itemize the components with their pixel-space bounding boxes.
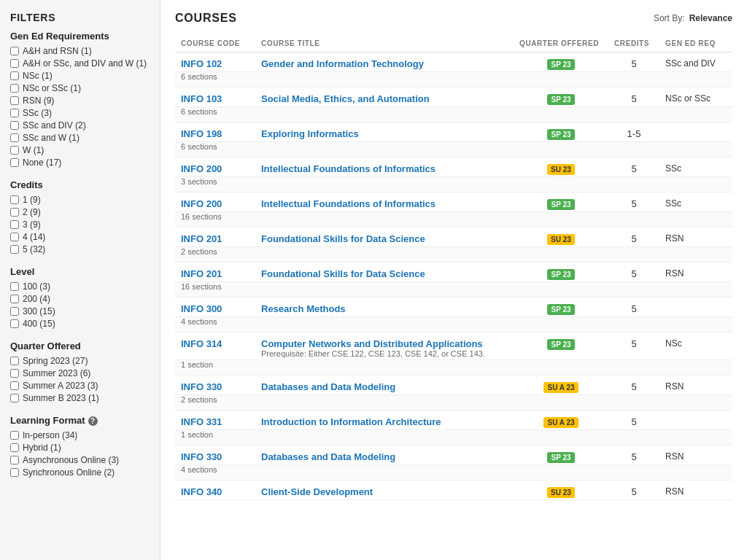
course-code[interactable]: INFO 314: [181, 338, 222, 349]
filter-label[interactable]: A&H or SSc, and DIV and W (1): [23, 58, 147, 69]
filter-checkbox[interactable]: [10, 47, 19, 55]
course-title[interactable]: Introduction to Information Architecture: [261, 416, 441, 427]
filter-group-title-credits: Credits: [10, 179, 150, 190]
filter-label[interactable]: W (1): [23, 145, 44, 155]
course-title[interactable]: Foundational Skills for Data Science: [261, 233, 425, 244]
filter-checkbox[interactable]: [10, 133, 19, 142]
filter-checkbox[interactable]: [10, 456, 19, 464]
col-header-code: COURSE CODE: [175, 35, 255, 52]
course-code[interactable]: INFO 340: [181, 486, 222, 497]
course-code[interactable]: INFO 200: [181, 198, 222, 209]
filter-checkbox[interactable]: [10, 195, 19, 204]
courses-table: COURSE CODE COURSE TITLE QUARTER OFFERED…: [175, 35, 732, 500]
course-genedreq: RSN: [659, 446, 732, 465]
filter-label[interactable]: 5 (32): [23, 244, 45, 254]
table-row: INFO 201Foundational Skills for Data Sci…: [175, 262, 732, 282]
filter-checkbox[interactable]: [10, 381, 19, 390]
filter-checkbox[interactable]: [10, 431, 19, 440]
filter-checkbox[interactable]: [10, 220, 19, 229]
course-sections: 16 sections: [175, 212, 255, 228]
course-code[interactable]: INFO 201: [181, 233, 222, 244]
course-code[interactable]: INFO 331: [181, 416, 222, 427]
filter-label[interactable]: None (17): [23, 158, 61, 168]
filter-checkbox[interactable]: [10, 245, 19, 254]
table-row: INFO 314Computer Networks and Distribute…: [175, 332, 732, 360]
filter-label[interactable]: Summer A 2023 (3): [23, 381, 98, 391]
filter-checkbox[interactable]: [10, 84, 19, 93]
course-sections: 6 sections: [175, 72, 255, 88]
filter-label[interactable]: 3 (9): [23, 219, 41, 230]
course-genedreq: NSc: [659, 332, 732, 360]
course-code[interactable]: INFO 201: [181, 268, 222, 279]
filter-label[interactable]: 100 (3): [23, 281, 50, 292]
course-title[interactable]: Intellectual Foundations of Informatics: [261, 163, 436, 174]
filter-label[interactable]: Hybrid (1): [23, 443, 61, 453]
filter-label[interactable]: 4 (14): [23, 232, 45, 242]
filter-label[interactable]: SSc and W (1): [23, 133, 80, 143]
filter-checkbox[interactable]: [10, 282, 19, 291]
filter-label[interactable]: Summer 2023 (6): [23, 368, 90, 378]
filter-checkbox[interactable]: [10, 96, 19, 105]
filter-label[interactable]: 200 (4): [23, 294, 50, 304]
filter-checkbox[interactable]: [10, 319, 19, 328]
filter-label[interactable]: SSc (3): [23, 108, 52, 118]
course-title[interactable]: Databases and Data Modeling: [261, 381, 395, 392]
filter-label[interactable]: 1 (9): [23, 195, 41, 205]
course-title[interactable]: Social Media, Ethics, and Automation: [261, 93, 430, 104]
course-title[interactable]: Exploring Informatics: [261, 128, 359, 139]
filter-checkbox[interactable]: [10, 71, 19, 80]
sort-value[interactable]: Relevance: [689, 13, 732, 23]
help-icon[interactable]: ?: [88, 416, 98, 426]
filter-checkbox[interactable]: [10, 208, 19, 217]
filter-label[interactable]: Asynchronous Online (3): [23, 455, 119, 465]
course-sections: 2 sections: [175, 247, 255, 262]
course-title[interactable]: Foundational Skills for Data Science: [261, 268, 425, 279]
filter-checkbox[interactable]: [10, 357, 19, 365]
course-code[interactable]: INFO 300: [181, 303, 222, 314]
quarter-badge: SP 23: [547, 304, 574, 315]
filter-label[interactable]: Spring 2023 (27): [23, 356, 88, 366]
filter-checkbox[interactable]: [10, 394, 19, 402]
filter-checkbox[interactable]: [10, 369, 19, 378]
filter-label[interactable]: SSc and DIV (2): [23, 120, 86, 131]
filter-checkbox[interactable]: [10, 59, 19, 68]
course-code[interactable]: INFO 200: [181, 163, 222, 174]
filter-label[interactable]: 400 (15): [23, 319, 55, 329]
filter-checkbox[interactable]: [10, 158, 19, 167]
course-code[interactable]: INFO 103: [181, 93, 222, 104]
filter-label[interactable]: 300 (15): [23, 306, 55, 316]
filter-item: In-person (34): [10, 430, 150, 440]
filter-checkbox[interactable]: [10, 443, 19, 452]
filter-item: Synchronous Online (2): [10, 467, 150, 478]
table-header-row: COURSE CODE COURSE TITLE QUARTER OFFERED…: [175, 35, 732, 52]
course-title[interactable]: Intellectual Foundations of Informatics: [261, 198, 436, 209]
filter-checkbox[interactable]: [10, 468, 19, 477]
filter-group-title-gen-ed: Gen Ed Requirements: [10, 31, 150, 42]
course-title[interactable]: Databases and Data Modeling: [261, 451, 395, 462]
course-code[interactable]: INFO 330: [181, 381, 222, 392]
filter-label[interactable]: Summer B 2023 (1): [23, 393, 99, 403]
sort-by: Sort By: Relevance: [654, 13, 732, 23]
filter-label[interactable]: NSc (1): [23, 71, 53, 81]
filter-label[interactable]: In-person (34): [23, 430, 77, 440]
filter-checkbox[interactable]: [10, 146, 19, 155]
course-title[interactable]: Gender and Information Technology: [261, 58, 424, 69]
filter-label[interactable]: Synchronous Online (2): [23, 467, 115, 478]
filter-label[interactable]: NSc or SSc (1): [23, 83, 81, 93]
filter-checkbox[interactable]: [10, 233, 19, 241]
course-title[interactable]: Computer Networks and Distributed Applic…: [261, 338, 483, 349]
course-code[interactable]: INFO 198: [181, 128, 222, 139]
filter-checkbox[interactable]: [10, 109, 19, 117]
filter-checkbox[interactable]: [10, 121, 19, 130]
filter-label[interactable]: RSN (9): [23, 96, 54, 106]
course-code[interactable]: INFO 330: [181, 451, 222, 462]
course-code[interactable]: INFO 102: [181, 58, 222, 69]
course-title[interactable]: Research Methods: [261, 303, 346, 314]
filter-label[interactable]: 2 (9): [23, 207, 41, 217]
filter-item: SSc and W (1): [10, 133, 150, 143]
filter-checkbox[interactable]: [10, 307, 19, 316]
filter-label[interactable]: A&H and RSN (1): [23, 46, 92, 56]
quarter-badge: SP 23: [547, 59, 574, 70]
filter-checkbox[interactable]: [10, 295, 19, 303]
course-title[interactable]: Client-Side Development: [261, 486, 373, 497]
